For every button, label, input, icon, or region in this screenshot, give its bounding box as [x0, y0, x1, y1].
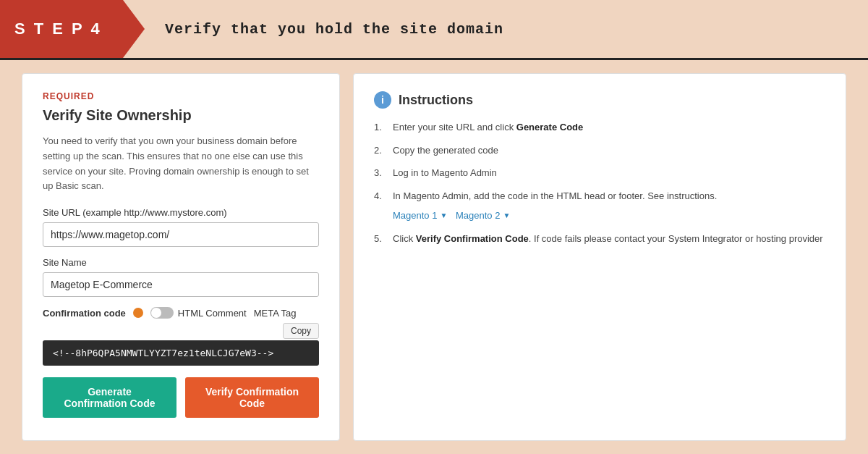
- page-header: S T E P 4 Verify that you hold the site …: [0, 0, 868, 58]
- instruction-content-5: Click Verify Confirmation Code. If code …: [393, 232, 825, 246]
- instructions-title: Instructions: [399, 93, 473, 108]
- code-display: <!--8hP6QPA5NMWTLYYZT7ez1teNLCJG7eW3-->: [43, 340, 319, 366]
- chevron-down-icon: ▼: [503, 210, 510, 221]
- step-badge-text: S T E P 4: [14, 20, 102, 38]
- generate-confirmation-code-button[interactable]: Generate Confirmation Code: [43, 377, 176, 418]
- magento2-link[interactable]: Magento 2 ▼: [456, 209, 510, 223]
- instruction-item-2: Copy the generated code: [374, 143, 825, 158]
- sub-links: Magento 1 ▼ Magento 2 ▼: [393, 206, 825, 223]
- step-title: Verify that you hold the site domain: [165, 21, 503, 38]
- site-url-label: Site URL (example http://www.mystore.com…: [43, 207, 319, 218]
- instruction-item-1: Enter your site URL and click Generate C…: [374, 120, 825, 135]
- conf-code-label: Confirmation code: [43, 308, 126, 319]
- chevron-down-icon: ▼: [440, 210, 447, 221]
- left-panel: REQUIRED Verify Site Ownership You need …: [22, 73, 340, 441]
- instructions-list: Enter your site URL and click Generate C…: [374, 120, 825, 245]
- magento1-link[interactable]: Magento 1 ▼: [393, 209, 447, 223]
- site-name-label: Site Name: [43, 257, 319, 268]
- copy-btn-container: Copy: [43, 323, 319, 339]
- instruction-content-2: Copy the generated code: [393, 143, 825, 158]
- site-url-input[interactable]: [43, 222, 319, 247]
- html-comment-toggle-container: HTML Comment: [150, 307, 247, 319]
- html-comment-label: HTML Comment: [178, 308, 247, 319]
- html-comment-toggle[interactable]: [150, 307, 174, 319]
- info-icon: i: [374, 91, 391, 109]
- main-content: REQUIRED Verify Site Ownership You need …: [0, 60, 868, 454]
- card-title: Verify Site Ownership: [43, 107, 319, 124]
- confirmation-code-row: Confirmation code HTML Comment META Tag: [43, 307, 319, 319]
- instruction-content-1: Enter your site URL and click Generate C…: [393, 120, 825, 135]
- step-badge: S T E P 4: [0, 0, 145, 58]
- required-label: REQUIRED: [43, 91, 319, 101]
- meta-tag-label: META Tag: [254, 308, 297, 319]
- instruction-item-4: In Magento Admin, add the code in the HT…: [374, 189, 825, 223]
- site-name-input[interactable]: [43, 272, 319, 297]
- instruction-content-3: Log in to Magento Admin: [393, 166, 825, 180]
- orange-dot-icon: [133, 308, 143, 318]
- action-buttons: Generate Confirmation Code Verify Confir…: [43, 377, 319, 418]
- copy-button[interactable]: Copy: [283, 323, 319, 339]
- instruction-item-3: Log in to Magento Admin: [374, 166, 825, 180]
- instructions-header: i Instructions: [374, 91, 825, 109]
- verify-confirmation-code-button[interactable]: Verify Confirmation Code: [185, 377, 319, 418]
- instruction-content-4: In Magento Admin, add the code in the HT…: [393, 189, 825, 223]
- card-description: You need to verify that you own your bus…: [43, 134, 319, 194]
- instruction-item-5: Click Verify Confirmation Code. If code …: [374, 232, 825, 246]
- right-panel: i Instructions Enter your site URL and c…: [353, 73, 846, 441]
